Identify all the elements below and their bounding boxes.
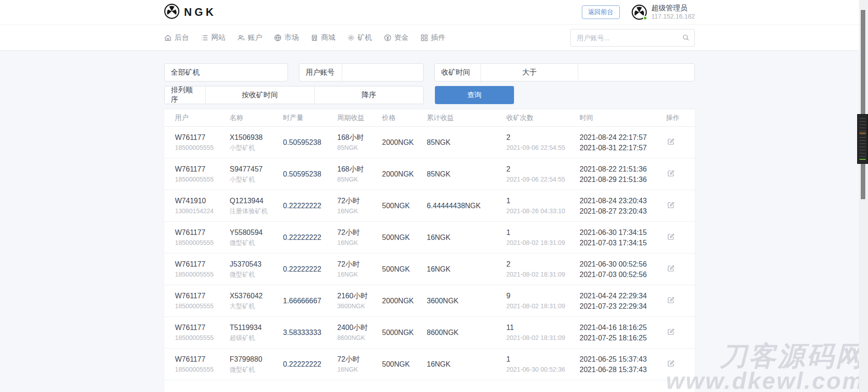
period-ngk: 85NGK	[337, 174, 382, 185]
collect-count: 2	[506, 132, 580, 143]
home-icon	[164, 34, 172, 42]
nav-item-website[interactable]: 网站	[201, 33, 226, 43]
cell-price: 500NGK	[382, 232, 427, 243]
nav-item-accounts[interactable]: 账户	[237, 33, 262, 43]
edit-button[interactable]	[666, 137, 676, 148]
query-button[interactable]: 查询	[435, 86, 514, 104]
edit-icon	[667, 362, 675, 369]
cell-total-income: 85NGK	[427, 137, 506, 148]
cell-collect-count: 2 2021-09-06 22:54:55	[506, 164, 580, 185]
collect-time-input[interactable]	[578, 64, 694, 81]
cell-user: W761177 18500005555	[175, 132, 230, 153]
edit-button[interactable]	[666, 263, 676, 275]
start-time: 2021-04-16 18:16:25	[580, 322, 666, 333]
collect-count: 1	[506, 227, 580, 238]
cell-time: 2021-04-24 22:29:34 2021-07-23 22:29:34	[580, 291, 666, 311]
col-header-user: 用户	[175, 114, 230, 122]
cell-hourly-output: 3.58333333	[283, 327, 337, 338]
nav-item-mall[interactable]: 商城	[311, 33, 335, 43]
cell-period-income: 72小时 16NGK	[337, 196, 382, 216]
edit-button[interactable]	[666, 232, 676, 243]
edit-icon	[667, 172, 675, 179]
end-time: 2021-08-31 22:17:57	[580, 143, 666, 153]
period-hours: 2400小时	[337, 322, 382, 333]
admin-account[interactable]: 超级管理员 117.152.16.182	[632, 4, 695, 20]
collect-count-time: 2021-08-26 04:33:10	[506, 206, 580, 216]
table-row: W761177 18500005555 X1506938 小型矿机 0.5059…	[164, 127, 695, 158]
collect-count: 1	[506, 196, 580, 206]
edit-button[interactable]	[666, 168, 676, 180]
cell-collect-count: 9 2021-08-02 18:31:09	[506, 291, 580, 311]
nav-item-plugins[interactable]: 插件	[420, 33, 445, 43]
edit-button[interactable]	[666, 359, 676, 370]
cell-time: 2021-06-25 15:37:43 2021-06-28 15:37:43	[580, 354, 666, 375]
miner-type: 微型矿机	[230, 364, 283, 375]
cell-name: X5376042 大型矿机	[230, 291, 283, 311]
nav-label: 网站	[211, 33, 226, 43]
end-time: 2021-08-29 21:51:36	[580, 174, 666, 185]
collect-count-time: 2021-08-02 18:31:09	[506, 269, 580, 280]
user-phone: 18500005555	[175, 269, 230, 280]
search-icon[interactable]	[682, 34, 689, 43]
nav-item-miners[interactable]: 矿机	[347, 33, 372, 43]
table-body: W761177 18500005555 X1506938 小型矿机 0.5059…	[164, 127, 695, 392]
back-to-frontend-button[interactable]: 返回前台	[582, 5, 620, 19]
period-hours: 72小时	[337, 354, 382, 364]
user-phone: 18500005555	[175, 364, 230, 375]
account-filter-label: 用户账号	[299, 64, 342, 81]
cell-time: 2021-08-24 22:17:57 2021-08-31 22:17:57	[580, 132, 666, 153]
edit-button[interactable]	[666, 200, 676, 211]
cell-period-income: 72小时 16NGK	[337, 259, 382, 280]
cell-name: Y5580594 微型矿机	[230, 227, 283, 248]
cell-total-income: 6.44444438NGK	[427, 201, 506, 211]
period-ngk: 16NGK	[337, 364, 382, 375]
edit-button[interactable]	[666, 327, 676, 338]
nav-item-funds[interactable]: 资金	[384, 33, 409, 43]
user-phone: 18500005555	[175, 143, 230, 153]
sort-order-select[interactable]: 降序	[314, 86, 423, 104]
sort-field-select[interactable]: 按收矿时间	[205, 86, 314, 104]
end-time: 2021-08-27 23:20:43	[580, 206, 666, 216]
cell-actions	[666, 327, 684, 339]
col-header-total-income: 累计收益	[427, 114, 506, 122]
cell-hourly-output: 0.22222222	[283, 264, 337, 274]
scroll-marker-green-line	[859, 159, 866, 160]
scrollbar-track[interactable]	[859, 0, 868, 392]
cell-actions	[666, 359, 684, 370]
period-hours: 72小时	[337, 259, 382, 269]
miner-type: 大型矿机	[230, 301, 283, 311]
nav-item-market[interactable]: 市场	[274, 33, 299, 43]
cell-hourly-output: 1.66666667	[283, 296, 337, 306]
cell-actions	[666, 390, 684, 392]
edit-button[interactable]	[666, 390, 676, 392]
machine-type-select[interactable]: 全部矿机	[164, 63, 288, 81]
cell-price: 500NGK	[382, 359, 427, 369]
collect-count: 1	[506, 354, 580, 364]
collect-count: 2	[506, 164, 580, 174]
account-filter-group: 用户账号	[299, 63, 424, 81]
avatar	[632, 5, 647, 20]
compare-select[interactable]: 大于	[481, 64, 578, 81]
cell-time: 2021-04-16 18:16:25 2021-07-25 18:16:25	[580, 322, 666, 343]
miner-type: 超级矿机	[230, 333, 283, 343]
scrollbar-thumb[interactable]	[861, 10, 865, 199]
coin-icon	[384, 34, 392, 42]
col-header-actions: 操作	[666, 114, 684, 122]
edit-button[interactable]	[666, 295, 676, 306]
table-row: W761177 18500005555 X5376042 大型矿机 1.6666…	[164, 285, 695, 317]
account-filter-input[interactable]	[342, 64, 423, 81]
cell-period-income: 2400小时 8600NGK	[337, 322, 382, 343]
nav-label: 插件	[431, 33, 445, 43]
table-row: W761177 W6842791 72小时 1 2021-06-18 19:41…	[164, 380, 695, 392]
cell-actions	[666, 200, 684, 212]
nav-label: 后台	[175, 33, 189, 43]
collect-count-time: 2021-06-30 00:52:36	[506, 364, 580, 375]
cell-period-income: 72小时 16NGK	[337, 354, 382, 375]
period-ngk: 85NGK	[337, 143, 382, 153]
cell-hourly-output: 0.50595238	[283, 169, 337, 179]
start-time: 2021-06-30 00:52:56	[580, 259, 666, 269]
admin-name: 超级管理员	[651, 4, 695, 12]
nav-item-dashboard[interactable]: 后台	[164, 33, 189, 43]
search-input[interactable]	[570, 29, 695, 47]
cell-period-income: 2160小时 3600NGK	[337, 291, 382, 311]
